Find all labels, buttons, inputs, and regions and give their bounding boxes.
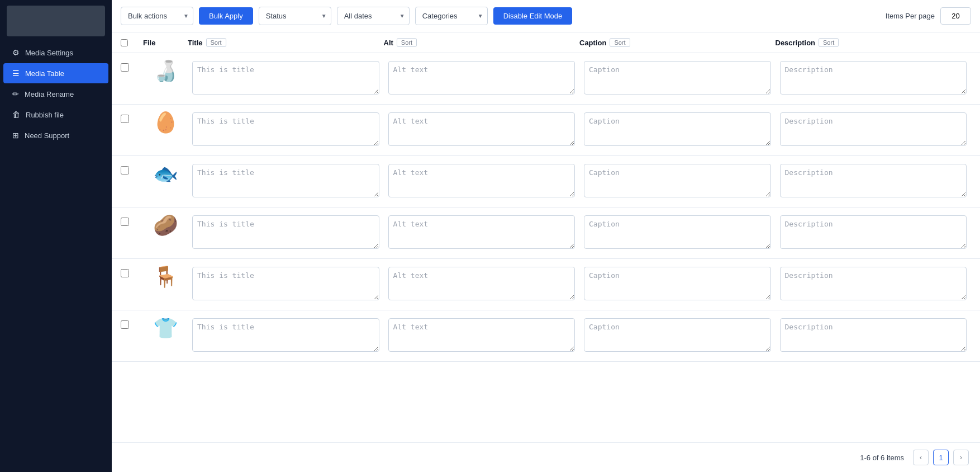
th-caption: Caption Sort	[579, 38, 776, 47]
description-textarea-4[interactable]	[780, 215, 967, 249]
title-sort-button[interactable]: Sort	[206, 38, 226, 47]
title-textarea-5[interactable]	[192, 267, 379, 300]
th-alt-label: Alt	[384, 39, 393, 47]
table-row: 🍶	[112, 53, 980, 105]
caption-sort-button[interactable]: Sort	[610, 38, 630, 47]
title-textarea-3[interactable]	[192, 164, 379, 197]
thumb-image-1: 🍶	[153, 61, 178, 81]
next-page-button[interactable]: ›	[953, 450, 969, 465]
table-row: 👕	[112, 310, 980, 362]
row-thumbnail: 🍶	[143, 59, 188, 81]
status-wrapper: Status ▼	[259, 7, 331, 25]
row-title-cell	[188, 316, 384, 356]
thumb-image-4: 🥔	[153, 215, 178, 235]
row-checkbox-2[interactable]	[121, 115, 129, 123]
row-title-cell	[188, 265, 384, 304]
table-row: 🐟	[112, 156, 980, 207]
gear-icon: ⚙	[12, 48, 20, 57]
sidebar-item-media-settings[interactable]: ⚙ Media Settings	[3, 43, 108, 63]
dates-select[interactable]: All dates	[337, 7, 410, 25]
alt-textarea-5[interactable]	[388, 267, 575, 300]
row-checkbox-cell	[121, 59, 143, 72]
alt-textarea-1[interactable]	[388, 61, 575, 95]
row-alt-cell	[384, 213, 580, 253]
row-alt-cell	[384, 316, 580, 356]
thumb-image-3: 🐟	[153, 164, 178, 184]
alt-textarea-3[interactable]	[388, 164, 575, 197]
sidebar-item-media-table[interactable]: ☰ Media Table	[3, 63, 108, 83]
categories-wrapper: Categories ▼	[415, 7, 488, 25]
description-textarea-6[interactable]	[780, 318, 967, 352]
select-all-checkbox[interactable]	[121, 39, 128, 46]
description-textarea-1[interactable]	[780, 61, 967, 95]
caption-textarea-6[interactable]	[584, 318, 771, 352]
th-file: File	[143, 38, 188, 47]
caption-textarea-5[interactable]	[584, 267, 771, 300]
sidebar-item-label: Media Table	[25, 69, 64, 78]
sidebar-item-need-support[interactable]: ⊞ Need Support	[3, 125, 108, 145]
title-textarea-2[interactable]	[192, 112, 379, 146]
sidebar-item-label: Need Support	[25, 131, 69, 140]
row-checkbox-1[interactable]	[121, 63, 129, 72]
sidebar-item-label: Media Settings	[25, 49, 73, 57]
row-title-cell	[188, 59, 384, 98]
caption-textarea-1[interactable]	[584, 61, 771, 95]
bulk-actions-select[interactable]: Bulk actions	[121, 7, 193, 25]
caption-textarea-2[interactable]	[584, 112, 771, 146]
row-checkbox-cell	[121, 316, 143, 329]
page-1-button[interactable]: 1	[933, 450, 949, 465]
row-title-cell	[188, 110, 384, 150]
media-table-container: File Title Sort Alt Sort Caption Sort De…	[112, 32, 980, 442]
sidebar-nav: ⚙ Media Settings ☰ Media Table ✏ Media R…	[0, 42, 112, 146]
alt-textarea-6[interactable]	[388, 318, 575, 352]
support-icon: ⊞	[12, 131, 19, 140]
categories-select[interactable]: Categories	[415, 7, 488, 25]
row-checkbox-3[interactable]	[121, 166, 129, 174]
row-checkbox-5[interactable]	[121, 269, 129, 277]
pagination-info: 1-6 of 6 items	[860, 454, 904, 462]
title-textarea-6[interactable]	[192, 318, 379, 352]
caption-textarea-4[interactable]	[584, 215, 771, 249]
th-checkbox	[121, 38, 143, 47]
row-caption-cell	[579, 162, 776, 201]
row-checkbox-cell	[121, 265, 143, 277]
toolbar: Bulk actions ▼ Bulk Apply Status ▼ All d…	[112, 0, 980, 32]
row-checkbox-4[interactable]	[121, 218, 129, 226]
alt-textarea-4[interactable]	[388, 215, 575, 249]
status-select[interactable]: Status	[259, 7, 331, 25]
title-textarea-4[interactable]	[192, 215, 379, 249]
bulk-actions-wrapper: Bulk actions ▼	[121, 7, 193, 25]
row-caption-cell	[579, 213, 776, 253]
dates-wrapper: All dates ▼	[337, 7, 410, 25]
description-textarea-3[interactable]	[780, 164, 967, 197]
edit-icon: ✏	[12, 89, 19, 98]
table-row: 🪑	[112, 259, 980, 310]
description-textarea-5[interactable]	[780, 267, 967, 300]
th-caption-label: Caption	[579, 39, 606, 47]
row-title-cell	[188, 213, 384, 253]
alt-textarea-2[interactable]	[388, 112, 575, 146]
table-header: File Title Sort Alt Sort Caption Sort De…	[112, 32, 980, 53]
row-checkbox-cell	[121, 110, 143, 123]
sidebar-item-rubbish-file[interactable]: 🗑 Rubbish file	[3, 105, 108, 125]
row-description-cell	[776, 110, 972, 150]
items-per-page-label: Items Per page	[886, 12, 935, 20]
row-caption-cell	[579, 265, 776, 304]
disable-edit-button[interactable]: Disable Edit Mode	[493, 7, 573, 25]
thumb-image-6: 👕	[153, 318, 178, 338]
sidebar-item-media-rename[interactable]: ✏ Media Rename	[3, 84, 108, 104]
row-thumbnail: 🥚	[143, 110, 188, 133]
alt-sort-button[interactable]: Sort	[397, 38, 417, 47]
row-checkbox-6[interactable]	[121, 320, 129, 329]
description-textarea-2[interactable]	[780, 112, 967, 146]
row-alt-cell	[384, 265, 580, 304]
row-thumbnail: 👕	[143, 316, 188, 338]
caption-textarea-3[interactable]	[584, 164, 771, 197]
items-per-page-input[interactable]	[940, 7, 971, 25]
bulk-apply-button[interactable]: Bulk Apply	[199, 7, 253, 25]
th-description-label: Description	[776, 39, 816, 47]
table-row: 🥚	[112, 105, 980, 156]
prev-page-button[interactable]: ‹	[913, 450, 929, 465]
description-sort-button[interactable]: Sort	[819, 38, 839, 47]
title-textarea-1[interactable]	[192, 61, 379, 95]
